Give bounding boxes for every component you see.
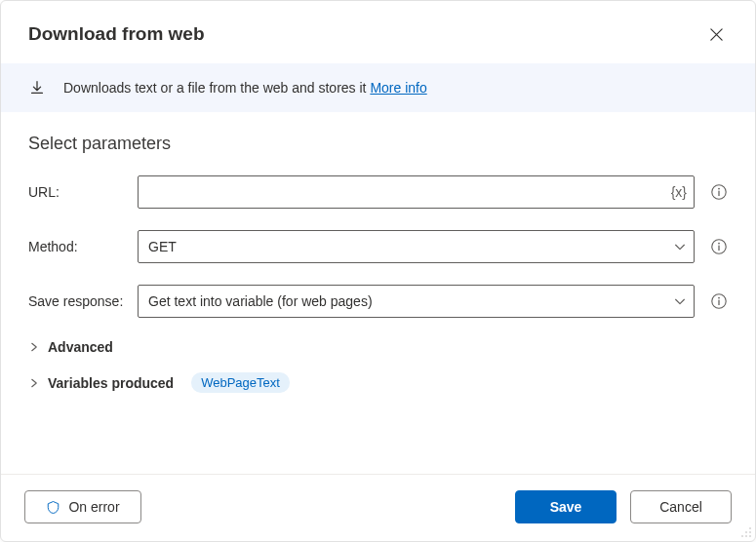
- chevron-right-icon: [28, 377, 40, 389]
- cancel-label: Cancel: [659, 499, 702, 515]
- save-response-field-wrap: Get text into variable (for web pages): [138, 285, 695, 318]
- footer-right: Save Cancel: [515, 490, 732, 523]
- chevron-down-icon: [673, 240, 687, 253]
- svg-point-14: [749, 535, 751, 537]
- method-row: Method: GET: [28, 230, 728, 263]
- chevron-down-icon: [673, 294, 687, 308]
- download-icon: [28, 79, 46, 97]
- variables-produced-expander[interactable]: Variables produced WebPageText: [28, 372, 728, 393]
- chevron-right-icon: [28, 341, 40, 353]
- svg-rect-5: [718, 246, 719, 251]
- svg-point-9: [749, 527, 751, 529]
- method-value: GET: [148, 239, 177, 254]
- save-response-label: Save response:: [28, 293, 138, 309]
- method-select[interactable]: GET: [138, 230, 695, 263]
- cancel-button[interactable]: Cancel: [630, 490, 732, 523]
- save-label: Save: [550, 499, 582, 515]
- svg-point-11: [749, 531, 751, 533]
- svg-rect-8: [718, 300, 719, 305]
- svg-point-12: [741, 535, 743, 537]
- on-error-button[interactable]: On error: [24, 490, 141, 523]
- info-banner: Downloads text or a file from the web an…: [1, 63, 755, 112]
- close-icon: [709, 27, 724, 42]
- svg-point-10: [745, 531, 747, 533]
- more-info-link[interactable]: More info: [370, 80, 426, 96]
- info-icon[interactable]: [710, 292, 728, 310]
- variables-produced-label: Variables produced: [48, 375, 174, 391]
- resize-grip-icon[interactable]: [738, 524, 752, 538]
- section-title: Select parameters: [28, 134, 728, 154]
- variable-token-button[interactable]: {x}: [671, 184, 687, 200]
- svg-point-4: [718, 243, 720, 245]
- save-response-chevron-wrap: [673, 294, 687, 308]
- dialog-title: Download from web: [28, 23, 205, 45]
- method-info-wrap: [702, 238, 728, 255]
- url-input[interactable]: [138, 175, 695, 209]
- dialog-body: Select parameters URL: {x} Method: GET: [1, 112, 755, 474]
- banner-description: Downloads text or a file from the web an…: [63, 80, 370, 96]
- svg-point-7: [718, 297, 720, 299]
- save-response-row: Save response: Get text into variable (f…: [28, 285, 728, 318]
- save-response-info-wrap: [702, 292, 728, 310]
- variable-chip[interactable]: WebPageText: [191, 372, 290, 393]
- advanced-expander[interactable]: Advanced: [28, 339, 728, 355]
- url-row: URL: {x}: [28, 175, 728, 209]
- dialog-footer: On error Save Cancel: [1, 474, 755, 541]
- url-label: URL:: [28, 184, 138, 200]
- url-field-wrap: {x}: [138, 175, 695, 209]
- on-error-label: On error: [68, 499, 119, 515]
- svg-point-1: [718, 188, 720, 190]
- titlebar: Download from web: [1, 1, 755, 63]
- url-info-wrap: [702, 183, 728, 201]
- info-icon[interactable]: [710, 183, 728, 201]
- method-field-wrap: GET: [138, 230, 695, 263]
- save-response-value: Get text into variable (for web pages): [148, 293, 373, 309]
- close-button[interactable]: [700, 19, 732, 50]
- advanced-label: Advanced: [48, 339, 113, 355]
- method-label: Method:: [28, 239, 138, 254]
- method-chevron-wrap: [673, 240, 687, 253]
- info-icon[interactable]: [710, 238, 728, 255]
- download-from-web-dialog: Download from web Downloads text or a fi…: [0, 0, 756, 542]
- save-response-select[interactable]: Get text into variable (for web pages): [138, 285, 695, 318]
- svg-rect-2: [718, 191, 719, 196]
- banner-text: Downloads text or a file from the web an…: [63, 80, 427, 96]
- save-button[interactable]: Save: [515, 490, 617, 523]
- svg-point-13: [745, 535, 747, 537]
- shield-icon: [46, 500, 60, 515]
